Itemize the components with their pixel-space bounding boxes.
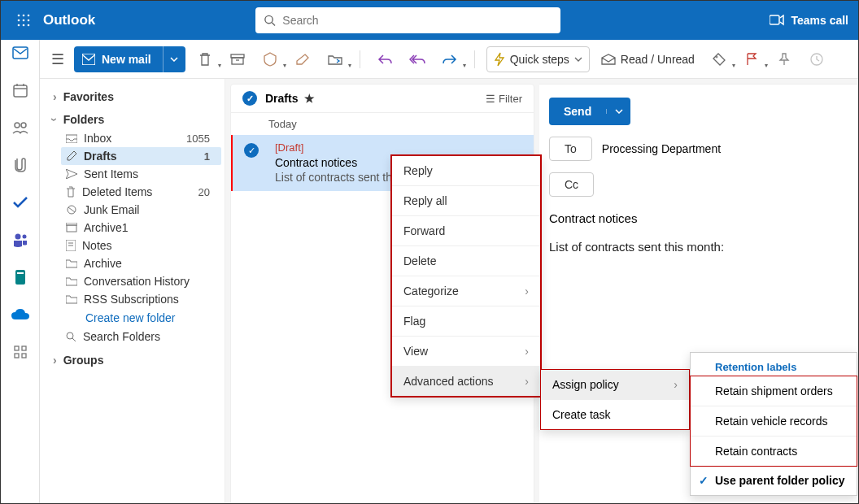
retention-label-item[interactable]: Retain contracts — [691, 437, 857, 466]
ctx-reply[interactable]: Reply — [392, 156, 540, 186]
reply-icon[interactable] — [372, 46, 398, 72]
svg-rect-21 — [15, 270, 25, 285]
reply-all-icon[interactable] — [404, 46, 430, 72]
svg-rect-22 — [17, 272, 24, 274]
sm-create-task[interactable]: Create task — [541, 400, 689, 429]
mail-icon[interactable] — [12, 45, 28, 61]
sm-assign-policy[interactable]: Assign policy› — [541, 370, 689, 400]
to-button[interactable]: To — [549, 137, 592, 161]
pin-icon[interactable] — [771, 46, 797, 72]
envelope-open-icon — [601, 54, 616, 65]
svg-rect-12 — [13, 47, 28, 59]
new-mail-dropdown[interactable] — [163, 46, 185, 72]
folder-archive1[interactable]: Archive1 — [61, 219, 221, 237]
ctx-reply-all[interactable]: Reply all — [392, 186, 540, 216]
svg-rect-11 — [770, 15, 779, 24]
folder-archive[interactable]: Archive — [61, 254, 221, 272]
ctx-categorize[interactable]: Categorize› — [392, 276, 540, 306]
ctx-forward[interactable]: Forward — [392, 216, 540, 246]
groups-section[interactable]: ›Groups — [43, 350, 221, 370]
folder-drafts[interactable]: Drafts1 — [61, 147, 221, 165]
teams-icon[interactable] — [12, 232, 28, 248]
teams-call-button[interactable]: Teams call — [770, 14, 848, 27]
titlebar: Outlook Teams call — [1, 1, 858, 40]
todo-icon[interactable] — [13, 194, 28, 211]
to-value: Processing Department — [602, 142, 721, 155]
flag-icon[interactable]: ▾ — [739, 46, 765, 72]
select-all-icon[interactable]: ✓ — [242, 91, 257, 106]
body-text[interactable]: List of contracts sent this month: — [549, 240, 848, 254]
create-new-folder[interactable]: Create new folder — [61, 311, 221, 324]
list-folder-name: Drafts — [265, 92, 298, 105]
app-launcher-icon[interactable] — [11, 11, 37, 30]
svg-rect-25 — [15, 354, 19, 358]
app-name: Outlook — [43, 12, 95, 28]
subject-field[interactable]: Contract notices — [549, 211, 848, 225]
star-icon[interactable]: ★ — [304, 92, 315, 105]
folder-notes[interactable]: Notes — [61, 237, 221, 254]
folder-deleted[interactable]: Deleted Items20 — [61, 183, 221, 201]
draft-tag: [Draft] — [275, 141, 413, 155]
mail-icon — [82, 54, 95, 65]
snooze-icon[interactable] — [804, 46, 830, 72]
svg-point-41 — [67, 332, 73, 339]
folder-inbox[interactable]: Inbox1055 — [61, 129, 221, 147]
svg-point-6 — [18, 24, 20, 27]
archive-icon[interactable] — [225, 46, 251, 72]
retention-label-item[interactable]: Retain shipment orders — [691, 376, 857, 406]
svg-point-4 — [23, 20, 25, 22]
folder-pane: ›Favorites ›Folders Inbox1055 Drafts1 Se… — [40, 79, 225, 504]
svg-point-5 — [28, 20, 30, 22]
folder-conv-history[interactable]: Conversation History — [61, 272, 221, 290]
forward-icon[interactable]: ▾ — [437, 46, 463, 72]
people-icon[interactable] — [12, 119, 28, 136]
retention-label-item[interactable]: Retain vehicle records — [691, 406, 857, 437]
svg-point-19 — [15, 234, 20, 240]
svg-line-42 — [72, 338, 76, 341]
svg-point-0 — [18, 15, 20, 17]
report-icon[interactable]: ▾ — [257, 46, 283, 72]
quick-steps-button[interactable]: Quick steps — [486, 46, 590, 72]
svg-point-17 — [15, 123, 20, 128]
send-button[interactable]: Send — [549, 98, 630, 125]
onedrive-icon[interactable] — [11, 306, 29, 323]
favorites-section[interactable]: ›Favorites — [43, 87, 221, 106]
folder-sent[interactable]: Sent Items — [61, 165, 221, 183]
bookings-icon[interactable] — [14, 269, 27, 285]
ctx-flag[interactable]: Flag — [392, 306, 540, 337]
svg-line-10 — [273, 23, 276, 26]
svg-rect-24 — [22, 346, 26, 350]
ctx-delete[interactable]: Delete — [392, 246, 540, 276]
svg-point-31 — [716, 56, 717, 58]
move-icon[interactable]: ▾ — [322, 46, 348, 72]
svg-line-35 — [68, 207, 75, 212]
svg-point-2 — [28, 15, 30, 17]
tag-icon[interactable]: ▾ — [706, 46, 732, 72]
context-menu: Reply Reply all Forward Delete Categoriz… — [391, 155, 541, 397]
hamburger-icon[interactable]: ☰ — [48, 47, 68, 72]
filter-button[interactable]: ☰Filter — [486, 93, 522, 105]
files-icon[interactable] — [14, 157, 27, 173]
folders-section[interactable]: ›Folders — [43, 110, 221, 129]
read-unread-button[interactable]: Read / Unread — [596, 53, 700, 66]
more-apps-icon[interactable] — [14, 344, 27, 360]
cc-button[interactable]: Cc — [549, 172, 594, 197]
ctx-view[interactable]: View› — [392, 337, 540, 367]
use-parent-folder-policy[interactable]: ✓ Use parent folder policy — [691, 466, 857, 495]
list-header: ✓ Drafts ★ ☰Filter — [231, 85, 534, 113]
search-box[interactable] — [255, 7, 560, 33]
folder-junk[interactable]: Junk Email — [61, 201, 221, 219]
delete-icon[interactable]: ▾ — [192, 46, 218, 72]
svg-point-7 — [23, 24, 25, 27]
svg-point-9 — [265, 15, 273, 23]
folder-rss[interactable]: RSS Subscriptions — [61, 290, 221, 308]
new-mail-button[interactable]: New mail — [74, 46, 185, 72]
left-rail — [1, 40, 40, 504]
message-select-icon[interactable]: ✓ — [244, 143, 259, 158]
calendar-icon[interactable] — [13, 82, 28, 98]
sweep-icon[interactable] — [290, 46, 316, 72]
search-folders[interactable]: Search Folders — [61, 328, 221, 345]
send-dropdown[interactable] — [606, 109, 630, 114]
search-input[interactable] — [282, 14, 552, 27]
ctx-advanced-actions[interactable]: Advanced actions› — [392, 367, 540, 396]
